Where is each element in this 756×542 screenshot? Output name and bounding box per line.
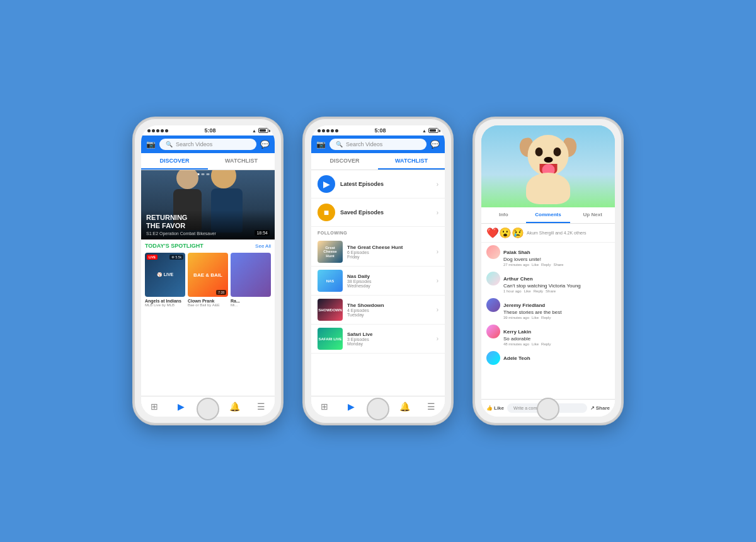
messenger-icon-2[interactable]: 💬 [430, 140, 440, 149]
wifi-icon-1: ▲ [252, 129, 256, 133]
saved-episodes-chevron: › [437, 209, 438, 216]
like-button[interactable]: 👍 Like [486, 405, 504, 411]
video-item-3[interactable]: Ra... Mi... [231, 253, 271, 309]
latest-episodes-label: Latest Episodes [340, 181, 432, 187]
avatar-kerry [486, 325, 500, 338]
comment-like-jeremy[interactable]: Like [532, 316, 539, 320]
search-placeholder-1: Search Videos [176, 141, 212, 147]
nav-home-2[interactable]: ⊞ [315, 400, 334, 413]
following-label: FOLLOWING [311, 227, 445, 238]
commenter-name-jeremy: Jeremy Friedland [503, 303, 545, 308]
show-info-showdown: The Showdown 4 Episodes Tuesday [347, 303, 432, 317]
share-icon: ↗ [590, 405, 595, 411]
search-bar-2[interactable]: 📷 🔍 Search Videos 💬 [311, 136, 445, 153]
avatar-jeremy [486, 298, 500, 312]
reactions-bar: ❤️ 😮 😢 Akum Shergill and 4.2K others [481, 224, 615, 243]
search-bar-1[interactable]: 📷 🔍 Search Videos 💬 [141, 136, 275, 153]
thumb-title-2: Clown Prank [188, 299, 228, 303]
post-tab-info[interactable]: Info [481, 207, 526, 223]
comment-time-jeremy: 39 minutes ago [503, 316, 529, 320]
watchlist-section: ▶ Latest Episodes › ■ Saved Episodes › [311, 170, 445, 396]
nav-video-1[interactable]: ▶ [172, 400, 191, 413]
nav-bell-2[interactable]: 🔔 [395, 400, 414, 413]
messenger-icon-1[interactable]: 💬 [260, 140, 270, 149]
status-bar-2: 5:08 ▲ [311, 125, 445, 136]
video-thumb-2[interactable]: BAE & BAIL 7:28 [188, 253, 228, 297]
thumb-title-1: Angels at Indians [145, 299, 185, 303]
phone-3: Info Comments Up Next ❤️ 😮 😢 Akum Shergi… [472, 117, 624, 425]
camera-icon-2[interactable]: 📷 [316, 140, 326, 149]
search-input-2[interactable]: 🔍 Search Videos [329, 139, 427, 150]
latest-episodes-item[interactable]: ▶ Latest Episodes › [311, 170, 445, 199]
comment-meta-jeremy: 39 minutes ago Like Reply [503, 316, 610, 320]
comment-adele: Adele Teoh [486, 351, 610, 365]
comment-content-palak: Palak Shah Dog lovers unite! 27 minutes … [503, 245, 610, 267]
comment-like-palak[interactable]: Like [532, 263, 539, 267]
thumb-subtitle-2: Bae or Bail by A&E [188, 303, 228, 307]
video-thumb-3[interactable] [231, 253, 271, 297]
nav-bell-1[interactable]: 🔔 [225, 400, 244, 413]
hero-title: RETURNINGTHE FAVOR [146, 214, 270, 230]
show-day-showdown: Tuesday [347, 313, 432, 317]
video-item-1[interactable]: ⚾ LIVE LIVE 👁 5.5k Angels at Indians MLB… [145, 253, 185, 309]
comment-share-palak[interactable]: Share [553, 263, 563, 267]
avatar-arthur [486, 272, 500, 285]
signal-dot-4 [161, 129, 164, 132]
reaction-count: Akum Shergill and 4.2K others [527, 231, 587, 235]
phone-2-home[interactable] [367, 398, 389, 420]
show-item-cheese[interactable]: Great Cheese Hunt The Great Cheese Hunt … [311, 238, 445, 267]
nav-video-2[interactable]: ▶ [342, 400, 361, 413]
signal-dot-5 [165, 129, 168, 132]
commenter-name-arthur: Arthur Chen [503, 276, 533, 282]
status-time-2: 5:08 [375, 127, 386, 134]
signal-dot-3 [156, 129, 159, 132]
camera-icon-1[interactable]: 📷 [146, 140, 156, 149]
comment-reply-palak[interactable]: Reply [541, 263, 551, 267]
like-icon: 👍 [486, 405, 493, 411]
comment-reply-jeremy[interactable]: Reply [541, 316, 551, 320]
comment-like-arthur[interactable]: Like [524, 289, 531, 293]
show-item-showdown[interactable]: SHOWDOWN The Showdown 4 Episodes Tuesday… [311, 296, 445, 325]
thumb-label-1: Angels at Indians MLB Live by MLB [145, 297, 185, 309]
show-chevron-nas: › [437, 277, 438, 284]
video-grid: ⚾ LIVE LIVE 👁 5.5k Angels at Indians MLB… [145, 253, 271, 309]
status-right-2: ▲ [422, 128, 438, 133]
see-all-link[interactable]: See All [255, 243, 271, 249]
comment-reply-arthur[interactable]: Reply [534, 289, 543, 293]
latest-episodes-icon: ▶ [318, 175, 335, 193]
reaction-icons: ❤️ 😮 😢 [486, 227, 524, 239]
post-tab-comments[interactable]: Comments [526, 207, 571, 223]
search-magnifier-1: 🔍 [166, 141, 173, 147]
video-thumb-1[interactable]: ⚾ LIVE LIVE 👁 5.5k [145, 253, 185, 297]
phone-3-home[interactable] [537, 398, 559, 420]
hero-video[interactable]: RETURNINGTHE FAVOR S1:E2 Operation Comba… [141, 170, 275, 239]
tab-watchlist-1[interactable]: WATCHLIST [208, 153, 275, 170]
tab-watchlist-2[interactable]: WATCHLIST [378, 153, 445, 170]
tab-discover-2[interactable]: DISCOVER [311, 153, 378, 170]
show-item-safari[interactable]: SAFARI LIVE Safari Live 3 Episodes Monda… [311, 325, 445, 354]
show-item-nas[interactable]: NAS Nas Daily 38 Episodes Wednesday › [311, 267, 445, 296]
spotlight-header: TODAY'S SPOTLIGHT See All [145, 243, 271, 249]
comment-text-arthur: Can't stop watching Victoria Young [503, 283, 610, 289]
phone-1-home[interactable] [197, 398, 219, 420]
phone-1-screen: 5:08 ▲ 📷 🔍 Search Videos 💬 DISCOVER WATC… [141, 125, 275, 417]
saved-episodes-icon: ■ [318, 204, 335, 221]
search-input-1[interactable]: 🔍 Search Videos [159, 139, 256, 150]
comment-reply-kerry[interactable]: Reply [541, 342, 551, 346]
show-info-safari: Safari Live 3 Episodes Monday [347, 332, 432, 346]
tab-discover-1[interactable]: DISCOVER [141, 153, 208, 170]
nav-menu-2[interactable]: ☰ [422, 400, 441, 413]
video-item-2[interactable]: BAE & BAIL 7:28 Clown Prank Bae or Bail … [188, 253, 228, 309]
signal-dots [147, 129, 168, 132]
duration-badge-2: 7:28 [216, 290, 226, 295]
nav-home-1[interactable]: ⊞ [145, 400, 164, 413]
saved-episodes-item[interactable]: ■ Saved Episodes › [311, 199, 445, 227]
view-count-1: 👁 5.5k [169, 255, 183, 260]
comment-share-arthur[interactable]: Share [546, 289, 556, 293]
share-button[interactable]: ↗ Share [590, 405, 610, 411]
wifi-icon-2: ▲ [422, 129, 427, 133]
post-tab-upnext[interactable]: Up Next [570, 207, 615, 223]
comment-like-kerry[interactable]: Like [532, 342, 539, 346]
show-thumb-safari: SAFARI LIVE [318, 328, 343, 350]
nav-menu-1[interactable]: ☰ [252, 400, 271, 413]
